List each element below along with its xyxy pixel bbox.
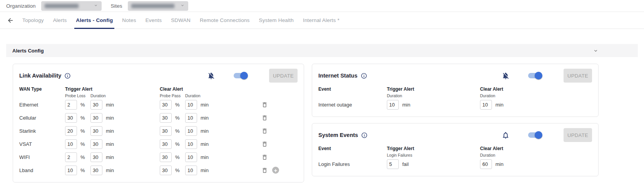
unit-label: min [201, 154, 209, 160]
table-header: WAN Type Trigger Alert Clear Alert [19, 86, 298, 92]
card-title: Link Availability [19, 73, 61, 79]
tab-topology[interactable]: Topology [18, 12, 49, 29]
tab-events[interactable]: Events [141, 12, 166, 29]
duration-header: Duration [185, 93, 257, 98]
clear-duration-input[interactable] [185, 100, 197, 110]
add-row-button[interactable]: + [272, 167, 279, 174]
unit-label: min [106, 102, 114, 108]
probe-pass-input[interactable] [160, 152, 172, 162]
probe-pass-input[interactable] [160, 100, 172, 110]
table-header: Event Trigger Alert Clear Alert [318, 86, 592, 92]
delete-row-button[interactable] [261, 101, 268, 108]
organization-select[interactable] [41, 1, 102, 11]
clear-duration-input[interactable] [185, 166, 197, 175]
trigger-duration-input[interactable] [90, 100, 102, 110]
collapse-chevron-icon[interactable] [593, 48, 599, 54]
bell-icon[interactable] [502, 131, 510, 139]
probe-loss-input[interactable] [65, 152, 77, 162]
back-button[interactable] [3, 12, 18, 29]
tab-system-health[interactable]: System Health [254, 12, 298, 29]
delete-row-button[interactable] [261, 154, 268, 161]
clear-duration-input[interactable] [185, 139, 197, 149]
trigger-duration-input[interactable] [90, 152, 102, 162]
unit-label: % [175, 154, 180, 160]
trigger-duration-input[interactable] [90, 139, 102, 149]
trigger-duration-input[interactable] [90, 126, 102, 136]
unit-label: % [175, 167, 180, 173]
tab-alerts-config[interactable]: Alerts - Config [71, 12, 117, 29]
table-row: Internet outage min min [318, 98, 592, 111]
unit-label: % [175, 115, 180, 121]
delete-row-button[interactable] [261, 141, 268, 147]
alerts-enabled-toggle[interactable] [528, 132, 541, 138]
probe-loss-input[interactable] [65, 126, 77, 136]
tab-remote-connections[interactable]: Remote Connections [195, 12, 254, 29]
unit-label: % [80, 128, 85, 134]
clear-duration-input[interactable] [185, 113, 197, 123]
probe-pass-input[interactable] [160, 113, 172, 123]
probe-pass-input[interactable] [160, 139, 172, 149]
unit-label: min [201, 167, 209, 173]
probe-loss-header: Probe Loss [65, 93, 90, 98]
probe-pass-input[interactable] [160, 166, 172, 175]
muted-bell-icon[interactable] [502, 72, 510, 80]
table-row: Ethernet % min % min + [19, 98, 298, 111]
event-label: Login Failures [318, 161, 387, 167]
info-icon[interactable] [64, 73, 71, 79]
wan-type-label: VSAT [19, 141, 65, 147]
clear-duration-input[interactable] [185, 126, 197, 136]
trigger-duration-input[interactable] [90, 166, 102, 175]
info-icon[interactable] [361, 73, 367, 79]
delete-row-button[interactable] [261, 167, 268, 174]
update-button[interactable]: UPDATE [564, 69, 592, 83]
wan-type-label: Lband [19, 167, 65, 173]
wan-type-label: WIFI [19, 154, 65, 160]
trigger-duration-input[interactable] [387, 100, 399, 110]
tab-bar: TopologyAlertsAlerts - ConfigNotesEvents… [0, 12, 644, 29]
clear-alert-header: Clear Alert [160, 86, 257, 92]
unit-label: % [80, 167, 85, 173]
sites-select[interactable] [128, 1, 188, 11]
unit-label: min [402, 102, 410, 108]
alerts-enabled-toggle[interactable] [234, 73, 247, 78]
clear-duration-input[interactable] [480, 100, 492, 110]
unit-label: min [106, 154, 114, 160]
login-failures-input[interactable] [387, 159, 399, 169]
wan-type-label: Ethernet [19, 102, 65, 108]
probe-loss-input[interactable] [65, 139, 77, 149]
clear-alert-header: Clear Alert [480, 86, 592, 92]
tab-sdwan[interactable]: SDWAN [166, 12, 195, 29]
unit-label: % [175, 128, 180, 134]
tab-notes[interactable]: Notes [117, 12, 141, 29]
alerts-config-header[interactable]: Alerts Config [6, 44, 638, 57]
alerts-enabled-toggle[interactable] [528, 73, 541, 78]
info-icon[interactable] [361, 132, 368, 139]
card-title: Internet Status [318, 73, 358, 79]
delete-row-button[interactable] [261, 115, 268, 121]
probe-pass-input[interactable] [160, 126, 172, 136]
unit-label: % [80, 115, 85, 121]
clear-duration-input[interactable] [185, 152, 197, 162]
trigger-alert-header: Trigger Alert [387, 86, 480, 92]
muted-bell-icon[interactable] [207, 72, 215, 80]
probe-loss-input[interactable] [65, 100, 77, 110]
unit-label: min [106, 141, 114, 147]
tab-alerts[interactable]: Alerts [49, 12, 72, 29]
trigger-duration-input[interactable] [90, 113, 102, 123]
clear-duration-input[interactable] [480, 159, 492, 169]
probe-loss-input[interactable] [65, 113, 77, 123]
wan-type-header: WAN Type [19, 86, 65, 92]
probe-loss-input[interactable] [65, 166, 77, 175]
clear-alert-header: Clear Alert [480, 146, 592, 151]
unit-label: min [201, 102, 209, 108]
table-subheader: Probe Loss Duration Probe Pass Duration [19, 93, 298, 98]
event-header: Event [318, 146, 387, 151]
tab-internal-alerts[interactable]: Internal Alerts * [298, 12, 344, 29]
update-button[interactable]: UPDATE [564, 128, 592, 142]
unit-label: min [106, 167, 114, 173]
duration-header: Duration [90, 93, 160, 98]
login-failures-header: Login Failures [387, 153, 480, 157]
table-row: Cellular % min % min + [19, 111, 298, 124]
update-button[interactable]: UPDATE [269, 69, 298, 83]
delete-row-button[interactable] [261, 128, 268, 134]
